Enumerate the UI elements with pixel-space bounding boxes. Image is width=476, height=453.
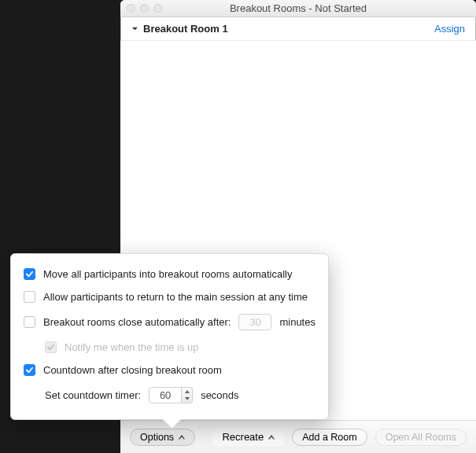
chevron-up-icon (268, 435, 275, 440)
room-name: Breakout Room 1 (143, 23, 228, 35)
option-label-suffix: seconds (201, 389, 238, 401)
window-titlebar: Breakout Rooms - Not Started (120, 0, 476, 17)
options-button[interactable]: Options (130, 429, 195, 446)
option-auto-close[interactable]: Breakout rooms close automatically after… (24, 314, 315, 330)
open-all-rooms-button: Open All Rooms (375, 429, 467, 446)
option-label: Move all participants into breakout room… (43, 268, 292, 280)
stepper-down-icon[interactable] (182, 396, 192, 403)
window-controls (120, 4, 162, 13)
maximize-window-icon[interactable] (153, 4, 162, 13)
checkbox-disabled-checked-icon (45, 341, 57, 353)
checkbox-unchecked-icon[interactable] (24, 316, 35, 328)
checkbox-checked-icon[interactable] (24, 364, 35, 376)
minimize-window-icon[interactable] (140, 4, 149, 13)
disclosure-triangle-icon[interactable] (131, 25, 138, 32)
option-move-automatically[interactable]: Move all participants into breakout room… (24, 268, 315, 280)
option-label: Countdown after closing breakout room (43, 364, 222, 376)
option-label: Notify me when the time is up (65, 341, 199, 353)
checkbox-checked-icon[interactable] (24, 268, 35, 280)
option-allow-return[interactable]: Allow participants to return to the main… (24, 291, 315, 303)
stepper-buttons[interactable] (182, 387, 193, 403)
recreate-button[interactable]: Recreate (212, 429, 284, 446)
open-all-rooms-button-label: Open All Rooms (386, 432, 456, 443)
countdown-seconds-stepper[interactable] (149, 387, 193, 403)
recreate-button-label: Recreate (222, 431, 264, 443)
option-label: Set countdown timer: (45, 389, 141, 401)
add-room-button[interactable]: Add a Room (292, 429, 367, 446)
room-header: Breakout Room 1 Assign (120, 17, 476, 41)
option-countdown[interactable]: Countdown after closing breakout room (24, 364, 315, 376)
chevron-up-icon (179, 435, 185, 440)
window-title: Breakout Rooms - Not Started (120, 2, 476, 14)
stepper-up-icon[interactable] (182, 388, 192, 396)
countdown-seconds-input[interactable] (149, 387, 182, 403)
option-label-suffix: minutes (279, 316, 315, 328)
option-notify-time-up: Notify me when the time is up (24, 341, 315, 353)
option-label: Allow participants to return to the main… (43, 291, 308, 303)
add-room-button-label: Add a Room (302, 432, 356, 443)
options-button-label: Options (140, 432, 174, 443)
close-window-icon[interactable] (127, 4, 135, 13)
assign-link[interactable]: Assign (434, 23, 465, 35)
options-popover: Move all participants into breakout room… (10, 253, 329, 420)
option-label: Breakout rooms close automatically after… (43, 316, 231, 328)
checkbox-unchecked-icon[interactable] (24, 291, 35, 303)
option-countdown-timer: Set countdown timer: seconds (24, 387, 315, 403)
auto-close-minutes-input[interactable] (238, 314, 271, 330)
